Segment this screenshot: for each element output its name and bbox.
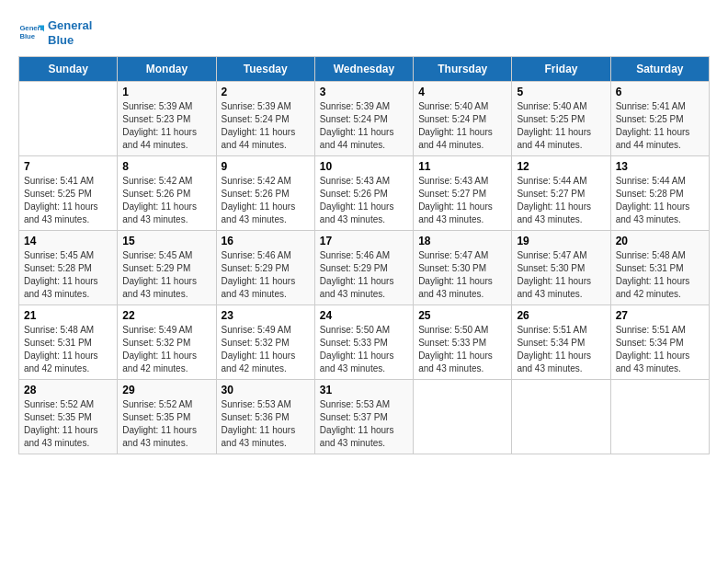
day-info: Sunrise: 5:53 AMSunset: 5:36 PMDaylight:… (222, 398, 310, 450)
day-number: 17 (320, 235, 408, 247)
day-info: Sunrise: 5:40 AMSunset: 5:25 PMDaylight:… (517, 100, 605, 152)
day-number: 16 (222, 235, 310, 247)
day-number: 28 (24, 384, 112, 396)
day-info: Sunrise: 5:46 AMSunset: 5:29 PMDaylight:… (320, 249, 408, 301)
column-header-wednesday: Wednesday (314, 57, 413, 82)
day-number: 26 (517, 309, 605, 322)
calendar-cell: 8Sunrise: 5:42 AMSunset: 5:26 PMDaylight… (118, 156, 216, 231)
calendar-cell: 26Sunrise: 5:51 AMSunset: 5:34 PMDayligh… (512, 305, 610, 380)
day-number: 9 (222, 160, 310, 173)
day-info: Sunrise: 5:47 AMSunset: 5:30 PMDaylight:… (517, 249, 605, 301)
calendar-week-row: 28Sunrise: 5:52 AMSunset: 5:35 PMDayligh… (19, 380, 710, 454)
logo: General Blue General Blue (18, 18, 92, 47)
day-info: Sunrise: 5:52 AMSunset: 5:35 PMDaylight:… (122, 398, 210, 450)
calendar-cell: 7Sunrise: 5:41 AMSunset: 5:25 PMDaylight… (19, 156, 118, 231)
day-info: Sunrise: 5:52 AMSunset: 5:35 PMDaylight:… (24, 398, 112, 450)
day-number: 7 (24, 160, 112, 173)
calendar-cell: 11Sunrise: 5:43 AMSunset: 5:27 PMDayligh… (414, 156, 512, 231)
day-number: 12 (517, 160, 605, 173)
column-header-friday: Friday (512, 57, 610, 82)
calendar-header-row: SundayMondayTuesdayWednesdayThursdayFrid… (19, 57, 710, 82)
day-number: 30 (222, 384, 310, 396)
column-header-saturday: Saturday (610, 57, 709, 82)
header-top: General Blue General Blue (18, 18, 710, 47)
calendar-cell: 27Sunrise: 5:51 AMSunset: 5:34 PMDayligh… (610, 305, 709, 380)
day-number: 5 (517, 86, 605, 98)
day-number: 21 (24, 309, 112, 322)
calendar-cell (414, 380, 512, 454)
calendar-cell: 15Sunrise: 5:45 AMSunset: 5:29 PMDayligh… (118, 231, 216, 305)
column-header-monday: Monday (118, 57, 216, 82)
day-number: 6 (616, 86, 704, 98)
day-number: 23 (222, 309, 310, 322)
day-number: 8 (122, 160, 210, 173)
day-number: 14 (24, 235, 112, 247)
calendar-cell: 22Sunrise: 5:49 AMSunset: 5:32 PMDayligh… (118, 305, 216, 380)
day-number: 19 (517, 235, 605, 247)
column-header-sunday: Sunday (19, 57, 118, 82)
day-info: Sunrise: 5:48 AMSunset: 5:31 PMDaylight:… (24, 324, 112, 375)
day-number: 11 (418, 160, 506, 173)
calendar-cell (610, 380, 709, 454)
column-header-tuesday: Tuesday (216, 57, 314, 82)
day-info: Sunrise: 5:43 AMSunset: 5:26 PMDaylight:… (320, 175, 408, 226)
day-number: 4 (418, 86, 506, 98)
calendar-table: SundayMondayTuesdayWednesdayThursdayFrid… (18, 56, 710, 454)
logo-text: General Blue (48, 18, 92, 47)
day-number: 1 (122, 86, 210, 98)
day-number: 18 (418, 235, 506, 247)
calendar-cell: 13Sunrise: 5:44 AMSunset: 5:28 PMDayligh… (610, 156, 709, 231)
calendar-cell: 5Sunrise: 5:40 AMSunset: 5:25 PMDaylight… (512, 82, 610, 156)
calendar-week-row: 1Sunrise: 5:39 AMSunset: 5:23 PMDaylight… (19, 82, 710, 156)
day-info: Sunrise: 5:50 AMSunset: 5:33 PMDaylight:… (418, 324, 506, 375)
day-info: Sunrise: 5:45 AMSunset: 5:29 PMDaylight:… (122, 249, 210, 301)
day-info: Sunrise: 5:49 AMSunset: 5:32 PMDaylight:… (222, 324, 310, 375)
svg-text:General: General (19, 24, 44, 32)
calendar-cell: 12Sunrise: 5:44 AMSunset: 5:27 PMDayligh… (512, 156, 610, 231)
day-info: Sunrise: 5:53 AMSunset: 5:37 PMDaylight:… (320, 398, 408, 450)
day-info: Sunrise: 5:46 AMSunset: 5:29 PMDaylight:… (222, 249, 310, 301)
day-number: 15 (122, 235, 210, 247)
calendar-week-row: 7Sunrise: 5:41 AMSunset: 5:25 PMDaylight… (19, 156, 710, 231)
day-info: Sunrise: 5:51 AMSunset: 5:34 PMDaylight:… (616, 324, 704, 375)
logo-icon: General Blue (18, 20, 44, 46)
calendar-cell: 21Sunrise: 5:48 AMSunset: 5:31 PMDayligh… (19, 305, 118, 380)
day-number: 29 (122, 384, 210, 396)
calendar-cell: 3Sunrise: 5:39 AMSunset: 5:24 PMDaylight… (314, 82, 413, 156)
day-number: 25 (418, 309, 506, 322)
day-info: Sunrise: 5:41 AMSunset: 5:25 PMDaylight:… (616, 100, 704, 152)
calendar-cell: 31Sunrise: 5:53 AMSunset: 5:37 PMDayligh… (314, 380, 413, 454)
calendar-cell (19, 82, 118, 156)
day-info: Sunrise: 5:42 AMSunset: 5:26 PMDaylight:… (222, 175, 310, 226)
calendar-cell: 4Sunrise: 5:40 AMSunset: 5:24 PMDaylight… (414, 82, 512, 156)
day-info: Sunrise: 5:40 AMSunset: 5:24 PMDaylight:… (418, 100, 506, 152)
calendar-cell: 18Sunrise: 5:47 AMSunset: 5:30 PMDayligh… (414, 231, 512, 305)
calendar-cell: 24Sunrise: 5:50 AMSunset: 5:33 PMDayligh… (314, 305, 413, 380)
calendar-cell: 2Sunrise: 5:39 AMSunset: 5:24 PMDaylight… (216, 82, 314, 156)
svg-text:Blue: Blue (19, 31, 35, 40)
day-info: Sunrise: 5:50 AMSunset: 5:33 PMDaylight:… (320, 324, 408, 375)
day-info: Sunrise: 5:44 AMSunset: 5:27 PMDaylight:… (517, 175, 605, 226)
day-number: 27 (616, 309, 704, 322)
calendar-cell: 1Sunrise: 5:39 AMSunset: 5:23 PMDaylight… (118, 82, 216, 156)
calendar-cell: 20Sunrise: 5:48 AMSunset: 5:31 PMDayligh… (610, 231, 709, 305)
day-number: 2 (222, 86, 310, 98)
calendar-cell: 29Sunrise: 5:52 AMSunset: 5:35 PMDayligh… (118, 380, 216, 454)
day-info: Sunrise: 5:48 AMSunset: 5:31 PMDaylight:… (616, 249, 704, 301)
day-info: Sunrise: 5:44 AMSunset: 5:28 PMDaylight:… (616, 175, 704, 226)
day-info: Sunrise: 5:39 AMSunset: 5:24 PMDaylight:… (320, 100, 408, 152)
calendar-week-row: 21Sunrise: 5:48 AMSunset: 5:31 PMDayligh… (19, 305, 710, 380)
day-number: 20 (616, 235, 704, 247)
calendar-cell: 25Sunrise: 5:50 AMSunset: 5:33 PMDayligh… (414, 305, 512, 380)
day-number: 22 (122, 309, 210, 322)
calendar-cell: 6Sunrise: 5:41 AMSunset: 5:25 PMDaylight… (610, 82, 709, 156)
day-info: Sunrise: 5:43 AMSunset: 5:27 PMDaylight:… (418, 175, 506, 226)
day-number: 31 (320, 384, 408, 396)
day-number: 3 (320, 86, 408, 98)
calendar-cell: 10Sunrise: 5:43 AMSunset: 5:26 PMDayligh… (314, 156, 413, 231)
day-info: Sunrise: 5:51 AMSunset: 5:34 PMDaylight:… (517, 324, 605, 375)
day-number: 10 (320, 160, 408, 173)
calendar-cell: 17Sunrise: 5:46 AMSunset: 5:29 PMDayligh… (314, 231, 413, 305)
day-info: Sunrise: 5:39 AMSunset: 5:24 PMDaylight:… (222, 100, 310, 152)
column-header-thursday: Thursday (414, 57, 512, 82)
